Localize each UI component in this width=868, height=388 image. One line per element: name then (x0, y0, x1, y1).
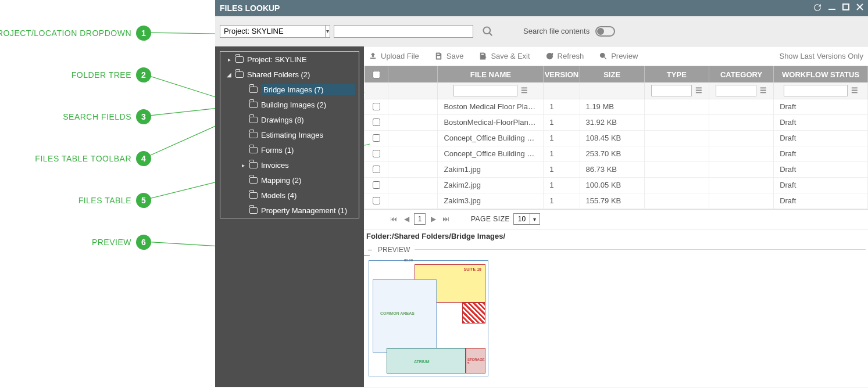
annotation-overlay: PROJECT/LOCATION DROPDOWN 1 FOLDER TREE … (0, 0, 215, 388)
cell-workflow: Draft (774, 193, 868, 209)
cell-file-name: Zakim2.jpg (438, 177, 544, 193)
tree-item[interactable]: ◢Shared Folders (2) (220, 67, 359, 82)
filter-workflow[interactable] (784, 85, 848, 96)
svg-line-1 (144, 74, 221, 99)
refresh-button[interactable]: Refresh (545, 52, 584, 60)
filter-category[interactable] (716, 85, 756, 96)
tree-item[interactable]: Forms (1) (220, 142, 359, 157)
project-dropdown[interactable]: ▾ (220, 25, 330, 38)
search-icon[interactable] (480, 24, 495, 39)
table-row[interactable]: Boston Medical Floor Plan Half.p11.19 MB… (365, 99, 868, 114)
column-version[interactable]: VERSION (544, 66, 580, 82)
pager-next-icon[interactable]: ▶ (428, 214, 438, 224)
column-type[interactable]: TYPE (644, 66, 709, 82)
tree-item[interactable]: ▸Project: SKYLINE (220, 52, 359, 67)
row-checkbox[interactable] (365, 114, 388, 130)
dropdown-caret-icon[interactable]: ▾ (325, 25, 330, 38)
pager-last-icon[interactable]: ⏭ (441, 214, 451, 224)
folder-tree-panel: ▸Project: SKYLINE◢Shared Folders (2)Brid… (215, 46, 364, 387)
pager-prev-icon[interactable]: ◀ (401, 214, 412, 224)
table-row[interactable]: Zakim3.jpg1155.79 KBDraft (365, 193, 868, 209)
annotation-label-2: FOLDER TREE (72, 70, 131, 80)
column-file-name[interactable]: FILE NAME (438, 66, 544, 82)
search-file-contents-toggle[interactable] (595, 26, 615, 37)
folder-icon (249, 87, 258, 93)
page-size-dropdown-icon[interactable]: ▾ (530, 213, 540, 225)
cell-workflow: Draft (774, 146, 868, 161)
tree-item[interactable]: Building Images (2) (220, 97, 359, 112)
close-icon[interactable] (856, 3, 863, 13)
row-icon-cell (388, 146, 438, 161)
save-button[interactable]: Save (434, 52, 464, 60)
row-checkbox[interactable] (365, 161, 388, 177)
table-row[interactable]: Concept_Office Building Exterior1108.45 … (365, 130, 868, 146)
annotation-badge-6: 6 (136, 235, 151, 250)
cell-type (644, 130, 709, 146)
tree-item[interactable]: Models (4) (220, 188, 359, 203)
page-size-input[interactable] (513, 213, 530, 225)
app-window: FILES LOOKUP ▾ (215, 0, 868, 387)
collapse-icon[interactable]: − (366, 245, 373, 254)
project-input[interactable] (220, 25, 325, 38)
tree-item[interactable]: Bridge Images (7) (220, 82, 359, 97)
preview-title: PREVIEW (378, 246, 410, 254)
column-workflow[interactable]: WORKFLOW STATUS (774, 66, 868, 82)
row-icon-cell (388, 114, 438, 130)
row-checkbox[interactable] (365, 130, 388, 146)
refresh-icon[interactable] (813, 3, 821, 13)
row-checkbox[interactable] (365, 177, 388, 193)
save-and-exit-button[interactable]: Save & Exit (478, 52, 530, 60)
fp-suite-label: SUITE 18 (464, 267, 481, 271)
svg-rect-6 (828, 9, 835, 10)
tree-item[interactable]: Drawings (8) (220, 112, 359, 127)
caret-icon: ▸ (240, 162, 246, 168)
cell-type (644, 177, 709, 193)
show-last-versions-button[interactable]: Show Last Versions Only (779, 52, 863, 60)
upload-file-button[interactable]: Upload File (369, 52, 419, 60)
filter-type[interactable] (651, 85, 692, 96)
caret-icon: ◢ (226, 71, 232, 78)
preview-button[interactable]: Preview (599, 52, 638, 60)
svg-rect-7 (843, 4, 849, 10)
filter-icon[interactable]: ☰ (851, 86, 858, 95)
tree-item[interactable]: ▸Invoices (220, 157, 359, 173)
filter-icon[interactable]: ☰ (760, 86, 767, 95)
svg-line-11 (490, 33, 492, 35)
cell-size: 86.73 KB (580, 161, 644, 177)
cell-file-name: Concept_Office Building Exterior (438, 130, 544, 146)
titlebar: FILES LOOKUP (215, 0, 868, 16)
filter-icon[interactable]: ☰ (521, 86, 528, 95)
preview-thumbnail[interactable]: 80.00 SUITE 18 COMMON AREAS ATRIUM STORA… (369, 260, 488, 376)
row-checkbox[interactable] (365, 99, 388, 114)
table-row[interactable]: Zakim2.jpg1100.05 KBDraft (365, 177, 868, 193)
filter-file-name[interactable] (453, 85, 517, 96)
annotation-label-4: FILES TABLE TOOLBAR (35, 154, 131, 163)
column-category[interactable]: CATEGORY (709, 66, 773, 82)
cell-version: 1 (544, 161, 580, 177)
table-row[interactable]: Concept_Office Building Exterior1253.70 … (365, 146, 868, 161)
row-checkbox[interactable] (365, 193, 388, 209)
annotation-label-3: SEARCH FIELDS (63, 112, 131, 121)
folder-tree[interactable]: ▸Project: SKYLINE◢Shared Folders (2)Brid… (220, 51, 359, 218)
select-all-checkbox[interactable] (365, 66, 388, 82)
row-checkbox[interactable] (365, 146, 388, 161)
pager: ⏮ ◀ 1 ▶ ⏭ PAGE SIZE ▾ (364, 209, 868, 229)
files-toolbar: Upload File Save Save & Exit Refresh (364, 46, 868, 66)
fp-common-label: COMMON AREAS (380, 311, 415, 315)
folder-icon (249, 192, 258, 199)
column-size[interactable]: SIZE (580, 66, 644, 82)
table-row[interactable]: BostonMedical-FloorPlan-Level1131.92 KBD… (365, 114, 868, 130)
maximize-icon[interactable] (842, 3, 849, 13)
tree-item[interactable]: Estimating Images (220, 127, 359, 142)
filter-icon[interactable]: ☰ (695, 86, 702, 95)
search-bar-row: ▾ Search file contents (215, 16, 868, 46)
tree-item-label: Project: SKYLINE (247, 55, 355, 64)
table-row[interactable]: Zakim1.jpg186.73 KBDraft (365, 161, 868, 177)
pager-first-icon[interactable]: ⏮ (388, 214, 399, 224)
fp-atrium-label: ATRIUM (414, 360, 430, 364)
minimize-icon[interactable] (828, 3, 835, 13)
tree-item[interactable]: Mapping (2) (220, 173, 359, 188)
tree-item[interactable]: Property Management (1) (220, 203, 359, 218)
search-input[interactable] (334, 25, 473, 38)
annotation-badge-2: 2 (136, 67, 151, 82)
